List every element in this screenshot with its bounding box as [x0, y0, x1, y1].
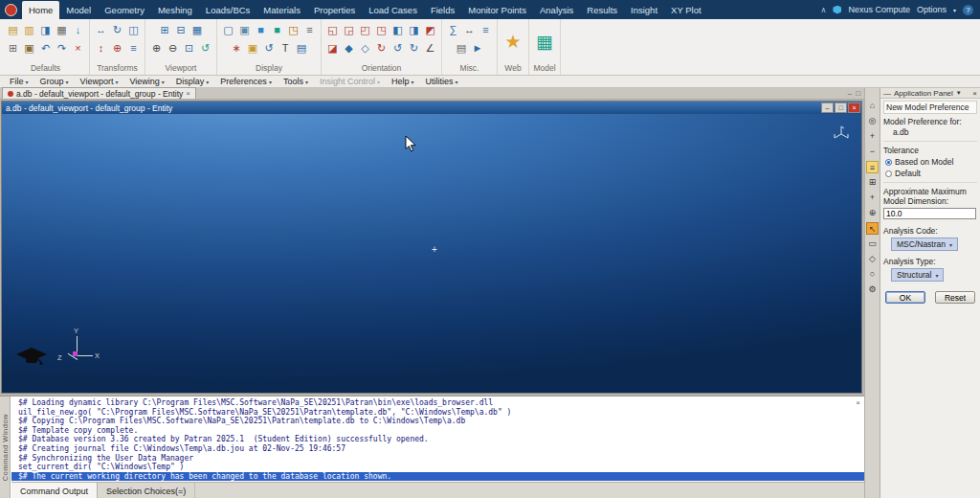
right-view-icon[interactable]: ◨: [407, 23, 421, 37]
ribbon-tab-home[interactable]: Home: [22, 1, 59, 19]
ribbon-tab-results[interactable]: Results: [580, 1, 624, 19]
ok-button[interactable]: OK: [885, 291, 925, 304]
paste-icon[interactable]: ▣: [22, 41, 36, 56]
left-view-icon[interactable]: ◧: [390, 23, 405, 37]
highlight-icon[interactable]: ▣: [246, 41, 260, 56]
copy-icon[interactable]: ⊞: [6, 41, 20, 56]
circle-select-icon[interactable]: ○: [866, 268, 879, 281]
ribbon-tab-monitor-points[interactable]: Monitor Points: [461, 1, 533, 19]
tolerance-option-based-on-model[interactable]: Based on Model: [885, 157, 977, 167]
save-database-icon[interactable]: ◨: [38, 23, 53, 37]
menu-preferences[interactable]: Preferences▾: [214, 77, 278, 86]
play-macro-icon[interactable]: ►: [471, 41, 485, 56]
plot-markers-icon[interactable]: ∗: [230, 41, 244, 56]
rotate-x-icon[interactable]: ↻: [374, 41, 389, 56]
new-database-icon[interactable]: ▤: [6, 23, 20, 37]
rotate-icon[interactable]: ↻: [110, 23, 124, 37]
reset-graphics-icon[interactable]: ↺: [262, 41, 277, 56]
smooth-shaded-icon[interactable]: ■: [270, 23, 284, 37]
menu-help[interactable]: Help▾: [386, 77, 420, 86]
ribbon-tab-analysis[interactable]: Analysis: [533, 1, 580, 19]
menu-tools[interactable]: Tools▾: [278, 77, 314, 86]
zoom-in-icon[interactable]: ⊕: [149, 41, 164, 56]
top-view-icon[interactable]: ◰: [358, 23, 372, 37]
minimize-viewport-icon[interactable]: –: [821, 102, 834, 113]
menu-utilities[interactable]: Utilities▾: [420, 77, 464, 86]
menu-display[interactable]: Display▾: [170, 77, 215, 86]
redo-icon[interactable]: ↷: [55, 41, 69, 56]
ribbon-tab-insight[interactable]: Insight: [624, 1, 664, 19]
ribbon-tab-xy-plot[interactable]: XY Plot: [664, 1, 708, 19]
bottom-view-icon[interactable]: ◳: [374, 23, 389, 37]
menu-viewing[interactable]: Viewing▾: [123, 77, 169, 86]
tile-viewports-icon[interactable]: ⊟: [174, 23, 189, 37]
poly-select-icon[interactable]: ◇: [866, 253, 879, 265]
restore-docs-icon[interactable]: □: [856, 89, 860, 98]
zoom-out-icon[interactable]: ⊖: [166, 41, 180, 56]
panel-close-icon[interactable]: ×: [972, 89, 977, 98]
zoom-out-icon[interactable]: −: [866, 146, 879, 158]
options-label[interactable]: Options: [917, 5, 947, 14]
ribbon-tab-load-cases[interactable]: Load Cases: [362, 1, 424, 19]
entity-list-icon[interactable]: ≡: [866, 161, 879, 173]
document-tab[interactable]: a.db - default_viewport - default_group …: [2, 87, 196, 99]
rotate-z-icon[interactable]: ↻: [407, 41, 421, 56]
hidden-line-icon[interactable]: ▣: [237, 23, 252, 37]
iso2-view-icon[interactable]: ◪: [325, 41, 340, 56]
minimize-docs-icon[interactable]: –: [848, 89, 852, 98]
panel-caret-icon[interactable]: ▼: [956, 90, 962, 96]
fit-view-icon[interactable]: ⊡: [182, 41, 196, 56]
menu-viewport[interactable]: Viewport▾: [75, 77, 124, 86]
iso4-view-icon[interactable]: ◇: [358, 41, 372, 56]
import-icon[interactable]: ↓: [71, 23, 85, 37]
collapse-ribbon-icon[interactable]: ∧: [821, 6, 827, 14]
help-icon[interactable]: ?: [963, 5, 973, 15]
list-icon[interactable]: ≡: [479, 23, 493, 37]
maximize-viewport-icon[interactable]: □: [835, 102, 847, 113]
command-output[interactable]: $# Loading dynamic library C:\Program Fi…: [11, 397, 864, 482]
translate-icon[interactable]: ↔: [94, 23, 108, 37]
delete-icon[interactable]: ×: [71, 41, 85, 56]
ribbon-tab-fields[interactable]: Fields: [424, 1, 461, 19]
model-dimension-input[interactable]: [883, 208, 976, 219]
panel-collapse-icon[interactable]: —: [883, 89, 891, 98]
front-view-icon[interactable]: ◱: [325, 23, 340, 37]
analysis-type-dropdown[interactable]: Structural ▾: [891, 268, 944, 282]
ribbon-tab-materials[interactable]: Materials: [256, 1, 307, 19]
iso1-view-icon[interactable]: ◩: [423, 23, 437, 37]
viewport-options-icon[interactable]: ▦: [190, 23, 205, 37]
model-browser-icon[interactable]: ▦: [533, 26, 556, 58]
tolerance-option-default[interactable]: Default: [885, 169, 977, 178]
crosshair-pick-icon[interactable]: +: [866, 192, 879, 204]
pick-settings-icon[interactable]: ⚙: [866, 283, 879, 296]
menu-group[interactable]: Group▾: [34, 77, 75, 86]
tab-command-output[interactable]: Command Output: [11, 483, 98, 498]
mass-properties-icon[interactable]: ∑: [446, 23, 460, 37]
grid-snap-icon[interactable]: ⊞: [866, 176, 879, 189]
ribbon-tab-geometry[interactable]: Geometry: [98, 1, 151, 19]
display-lines-icon[interactable]: ≡: [302, 23, 317, 37]
analysis-code-dropdown[interactable]: MSC/Nastran ▾: [891, 238, 958, 251]
open-database-icon[interactable]: ▥: [22, 23, 36, 37]
graphics-viewport[interactable]: + Y X Z: [2, 114, 861, 393]
snapshot-icon[interactable]: ◎: [866, 115, 879, 127]
shaded-icon[interactable]: ■: [254, 23, 268, 37]
new-viewport-icon[interactable]: ⊞: [158, 23, 172, 37]
print-icon[interactable]: ▦: [55, 23, 69, 37]
view-orientation-icon[interactable]: [831, 124, 852, 145]
iso3-view-icon[interactable]: ◆: [342, 41, 356, 56]
viewport-home-icon[interactable]: ⌂: [866, 100, 879, 112]
tab-selection-choices[interactable]: Selection Choices(=): [98, 483, 195, 498]
select-cursor-icon[interactable]: ↖: [866, 222, 879, 235]
view-angles-icon[interactable]: ∠: [423, 41, 437, 56]
command-window-side-tab[interactable]: Command Window: [0, 396, 11, 498]
ribbon-tab-loads-bcs[interactable]: Loads/BCs: [199, 1, 256, 19]
ribbon-tab-properties[interactable]: Properties: [307, 1, 362, 19]
zoom-in-icon[interactable]: +: [866, 130, 879, 143]
nexus-compute-label[interactable]: Nexus Compute: [848, 5, 910, 14]
measure-icon[interactable]: ↔: [462, 23, 477, 37]
menu-file[interactable]: File▾: [4, 77, 34, 86]
rect-select-icon[interactable]: ▭: [866, 238, 879, 250]
ribbon-tab-meshing[interactable]: Meshing: [151, 1, 199, 19]
refresh-view-icon[interactable]: ↺: [198, 41, 212, 56]
